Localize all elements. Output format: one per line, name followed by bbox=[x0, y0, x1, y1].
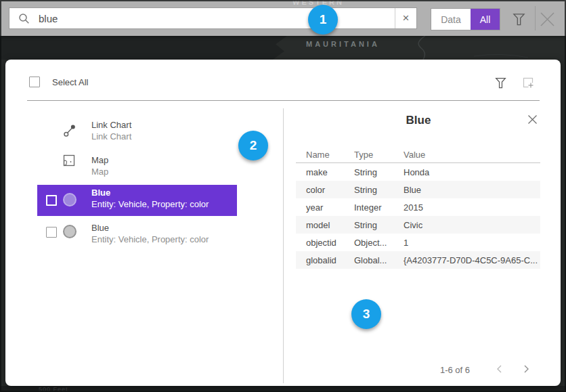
table-row: globalid Global... {A4203777-D70D-4C5C-9… bbox=[296, 251, 540, 269]
result-subtitle: Entity: Vehicle, Property: color bbox=[91, 199, 209, 209]
link-chart-icon bbox=[62, 123, 77, 138]
close-icon bbox=[540, 12, 555, 27]
result-title: Blue bbox=[91, 223, 109, 233]
result-subtitle: Link Chart bbox=[91, 131, 131, 141]
cell-type: String bbox=[354, 185, 377, 195]
table-row: objectid Object... 1 bbox=[296, 234, 540, 251]
add-to-selection-button[interactable] bbox=[520, 74, 536, 91]
scope-data-button[interactable]: Data bbox=[431, 9, 471, 30]
entity-swatch bbox=[63, 225, 77, 238]
search-toolbar: WESTERN × Data All bbox=[0, 0, 566, 36]
cell-value: 1 bbox=[404, 238, 408, 248]
search-input[interactable] bbox=[30, 13, 395, 24]
chevron-right-icon bbox=[523, 364, 530, 374]
map-bottom-strip bbox=[0, 386, 566, 392]
pagination-label: 1-6 of 6 bbox=[428, 365, 482, 375]
cell-type: String bbox=[354, 220, 377, 230]
search-results-dialog: Select All Link Chart Link Char bbox=[5, 60, 561, 386]
table-header: Name Type Value bbox=[296, 148, 540, 162]
result-title: Link Chart bbox=[91, 120, 131, 130]
cell-value: Civic bbox=[404, 220, 422, 230]
map-icon bbox=[62, 154, 76, 167]
screen: MAURITANIA 500 Feet WESTERN × Data All bbox=[0, 0, 566, 392]
annotation-badge-2: 2 bbox=[238, 131, 268, 160]
map-border-line bbox=[0, 36, 566, 60]
select-all-label: Select All bbox=[52, 77, 88, 87]
scope-toggle: Data All bbox=[431, 8, 500, 30]
cell-name: model bbox=[306, 220, 330, 230]
table-row: model String Civic bbox=[296, 216, 540, 234]
add-to-selection-icon bbox=[521, 76, 535, 89]
toolbar-filter-button[interactable] bbox=[510, 11, 527, 27]
result-checkbox[interactable] bbox=[46, 195, 57, 206]
annotation-badge-3: 3 bbox=[351, 299, 381, 329]
cell-name: year bbox=[306, 202, 323, 213]
prev-page-button[interactable] bbox=[491, 361, 507, 377]
properties-table: Name Type Value make String Honda color … bbox=[296, 148, 540, 269]
toolbar-close-button[interactable] bbox=[538, 9, 557, 28]
map-label-mauritania: MAURITANIA bbox=[306, 40, 380, 48]
cell-name: color bbox=[306, 185, 325, 195]
clear-search-button[interactable]: × bbox=[395, 8, 416, 28]
cell-value: Blue bbox=[404, 185, 421, 195]
entity-swatch bbox=[63, 193, 77, 206]
filter-funnel-icon bbox=[495, 77, 506, 89]
result-subtitle: Entity: Vehicle, Property: color bbox=[91, 234, 209, 244]
next-page-button[interactable] bbox=[518, 361, 534, 377]
cell-type: String bbox=[354, 167, 377, 177]
map-scale-label: 500 Feet bbox=[39, 386, 68, 392]
list-details-divider bbox=[283, 108, 284, 383]
cell-type: Integer bbox=[354, 202, 381, 213]
details-close-button[interactable] bbox=[524, 111, 540, 127]
result-subtitle: Map bbox=[91, 167, 108, 177]
cell-name: make bbox=[306, 167, 328, 177]
cell-value: 2015 bbox=[404, 202, 423, 213]
search-input-container: × bbox=[9, 7, 417, 29]
toolbar-divider bbox=[535, 6, 536, 30]
table-row: make String Honda bbox=[296, 163, 540, 181]
table-row: year Integer 2015 bbox=[296, 198, 540, 216]
cell-type: Object... bbox=[354, 238, 387, 248]
result-checkbox[interactable] bbox=[46, 227, 57, 238]
column-header-type: Type bbox=[354, 150, 373, 160]
scope-all-button[interactable]: All bbox=[471, 9, 500, 30]
cell-value: {A4203777-D70D-4C5C-9A65-C... bbox=[404, 255, 538, 265]
select-all-checkbox[interactable] bbox=[29, 77, 40, 87]
result-title: Map bbox=[91, 155, 108, 165]
cell-name: objectid bbox=[306, 238, 336, 248]
table-row: color String Blue bbox=[296, 181, 540, 198]
annotation-badge-1: 1 bbox=[308, 5, 338, 35]
details-title: Blue bbox=[283, 114, 554, 127]
results-filter-button[interactable] bbox=[492, 74, 508, 91]
cell-type: Global... bbox=[354, 255, 387, 265]
header-divider bbox=[27, 100, 540, 101]
cell-value: Honda bbox=[404, 167, 429, 177]
close-icon bbox=[527, 114, 538, 125]
result-title: Blue bbox=[91, 188, 110, 198]
chevron-left-icon bbox=[496, 364, 503, 374]
filter-funnel-icon bbox=[513, 12, 525, 26]
column-header-name: Name bbox=[306, 150, 330, 160]
column-header-value: Value bbox=[404, 150, 425, 160]
search-icon bbox=[18, 13, 30, 24]
cell-name: globalid bbox=[306, 255, 336, 265]
